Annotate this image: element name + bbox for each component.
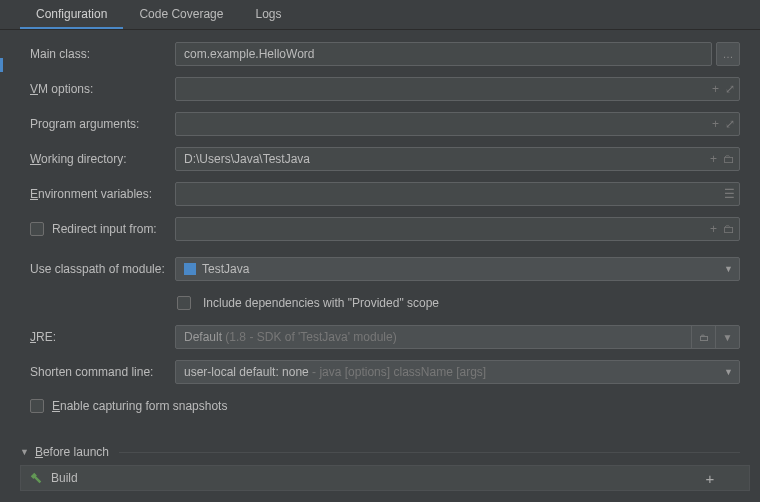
program-args-label: Program arguments: (30, 117, 175, 131)
vm-options-label: VM options: (30, 82, 175, 96)
include-deps-label: Include dependencies with "Provided" sco… (203, 296, 439, 310)
tab-bar: Configuration Code Coverage Logs (0, 0, 760, 30)
tab-configuration[interactable]: Configuration (20, 0, 123, 29)
configuration-panel: Main class: com.example.HelloWord … VM o… (0, 30, 760, 491)
main-class-input[interactable]: com.example.HelloWord (175, 42, 712, 66)
classpath-caret-icon: ▼ (724, 264, 733, 274)
section-divider (119, 452, 740, 453)
env-vars-list-icon[interactable]: ☰ (724, 187, 735, 201)
jre-hint: (1.8 - SDK of 'TestJava' module) (222, 330, 397, 344)
redirect-input-checkbox[interactable] (30, 222, 44, 236)
redirect-input-browse-icon[interactable]: 🗀 (723, 222, 735, 236)
vm-options-input[interactable]: + ⤢ (175, 77, 740, 101)
working-dir-value: D:\Users\Java\TestJava (184, 152, 310, 166)
env-vars-input[interactable]: ☰ (175, 182, 740, 206)
shorten-select[interactable]: user-local default: none - java [options… (175, 360, 740, 384)
include-deps-checkbox[interactable] (177, 296, 191, 310)
tab-code-coverage[interactable]: Code Coverage (123, 0, 239, 29)
tab-logs[interactable]: Logs (239, 0, 297, 29)
module-icon (184, 263, 196, 275)
shorten-caret-icon: ▼ (724, 367, 733, 377)
working-dir-label: Working directory: (30, 152, 175, 166)
shorten-value: user-local default: none (184, 365, 309, 379)
jre-browse-icon[interactable]: 🗀 (691, 325, 715, 349)
active-indicator (0, 58, 3, 72)
vm-options-add-icon[interactable]: + (712, 82, 719, 96)
working-dir-browse-icon[interactable]: 🗀 (723, 152, 735, 166)
before-launch-header: Before launch (35, 445, 109, 459)
program-args-add-icon[interactable]: + (712, 117, 719, 131)
program-args-expand-icon[interactable]: ⤢ (725, 117, 735, 131)
env-vars-label: Environment variables: (30, 187, 175, 201)
classpath-value: TestJava (202, 262, 249, 276)
working-dir-add-icon[interactable]: + (710, 152, 717, 166)
jre-select[interactable]: Default (1.8 - SDK of 'TestJava' module)… (175, 325, 740, 349)
build-hammer-icon (29, 471, 43, 485)
classpath-label: Use classpath of module: (30, 262, 175, 276)
shorten-hint: - java [options] className [args] (309, 365, 486, 379)
jre-value: Default (184, 330, 222, 344)
redirect-input-add-icon[interactable]: + (710, 222, 717, 236)
before-launch-item[interactable]: Build (20, 465, 750, 491)
before-launch-toggle-icon[interactable]: ▼ (20, 447, 29, 457)
main-class-value: com.example.HelloWord (184, 47, 315, 61)
redirect-input-label: Redirect input from: (52, 222, 157, 236)
redirect-input-label-wrap: Redirect input from: (30, 222, 175, 236)
classpath-select[interactable]: TestJava ▼ (175, 257, 740, 281)
jre-caret-icon[interactable]: ▼ (715, 325, 739, 349)
redirect-input-input[interactable]: + 🗀 (175, 217, 740, 241)
shorten-label: Shorten command line: (30, 365, 175, 379)
program-args-input[interactable]: + ⤢ (175, 112, 740, 136)
form-snapshots-label: Enable capturing form snapshots (52, 399, 227, 413)
build-label: Build (51, 471, 78, 485)
main-class-browse-button[interactable]: … (716, 42, 740, 66)
form-snapshots-checkbox[interactable] (30, 399, 44, 413)
before-launch-add-button[interactable]: + (700, 468, 720, 488)
main-class-label: Main class: (30, 47, 175, 61)
vm-options-expand-icon[interactable]: ⤢ (725, 82, 735, 96)
working-dir-input[interactable]: D:\Users\Java\TestJava + 🗀 (175, 147, 740, 171)
jre-label: JRE: (30, 330, 175, 344)
